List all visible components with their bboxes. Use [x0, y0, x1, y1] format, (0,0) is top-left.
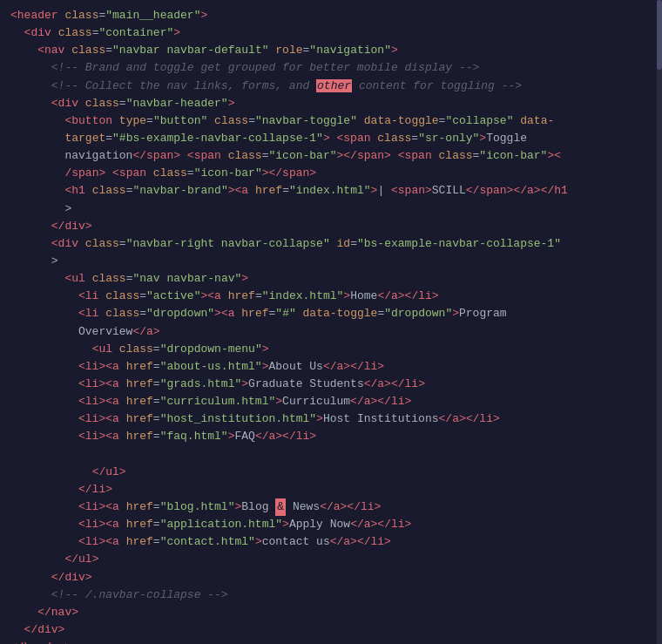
code-line: <ul class="nav navbar-nav">: [0, 270, 662, 288]
code-line: <li><a href="grads.html">Graduate Studen…: [0, 376, 662, 393]
ampersand-highlight: &: [275, 498, 286, 516]
code-line: <!-- /.navbar-collapse -->: [0, 586, 662, 604]
code-line: <div class="container">: [0, 24, 662, 42]
code-line: </header>: [0, 639, 662, 644]
code-editor: <header class="main__header"> <div class…: [0, 0, 662, 644]
code-line: </div>: [0, 218, 662, 235]
code-line: <div class="navbar-header">: [0, 95, 662, 112]
code-line: </li>: [0, 481, 662, 498]
code-line: </div>: [0, 621, 662, 639]
scrollbar-track[interactable]: [657, 0, 662, 644]
indent: [10, 24, 24, 42]
code-line: navigation</span> <span class="icon-bar"…: [0, 147, 662, 165]
code-line: <li><a href="about-us.html">About Us</a>…: [0, 358, 662, 376]
code-line: >: [0, 200, 662, 218]
code-line: </ul>: [0, 551, 662, 568]
val: "main__header": [105, 7, 200, 24]
code-line: <li><a href="application.html">Apply Now…: [0, 516, 662, 533]
code-line: target="#bs-example-navbar-collapse-1"> …: [0, 130, 662, 147]
tag-open: <header: [10, 7, 64, 24]
code-line: <li><a href="host_institution.html">Host…: [0, 410, 662, 428]
code-line: <!-- Collect the nav links, forms, and o…: [0, 78, 662, 95]
code-line: </ul>: [0, 464, 662, 481]
code-line: <li><a href="contact.html">contact us</a…: [0, 533, 662, 551]
code-line: <!-- Brand and toggle get grouped for be…: [0, 59, 662, 77]
code-line: [0, 446, 662, 464]
code-line: </nav>: [0, 604, 662, 621]
code-line: <li><a href="faq.html">FAQ</a></li>: [0, 428, 662, 445]
code-line: >: [0, 253, 662, 270]
code-line: <button type="button" class="navbar-togg…: [0, 112, 662, 130]
code-line: <li class="active"><a href="index.html">…: [0, 288, 662, 305]
highlight-other: other: [316, 79, 352, 92]
code-line: <ul class="dropdown-menu">: [0, 341, 662, 358]
code-line: <li><a href="curriculum.html">Curriculum…: [0, 393, 662, 410]
code-line: <h1 class="navbar-brand"><a href="index.…: [0, 182, 662, 200]
code-line: <li class="dropdown"><a href="#" data-to…: [0, 305, 662, 322]
code-line: <div class="navbar-right navbar-collapse…: [0, 235, 662, 253]
code-line: <header class="main__header">: [0, 7, 662, 24]
code-line: /span> <span class="icon-bar"></span>: [0, 165, 662, 182]
code-line: <nav class="navbar navbar-default" role=…: [0, 42, 662, 59]
scrollbar-thumb[interactable]: [657, 0, 662, 70]
code-line: <li><a href="blog.html">Blog & News</a><…: [0, 498, 662, 516]
attr: class: [64, 7, 98, 24]
code-line: </div>: [0, 569, 662, 586]
code-line: Overview</a>: [0, 323, 662, 341]
